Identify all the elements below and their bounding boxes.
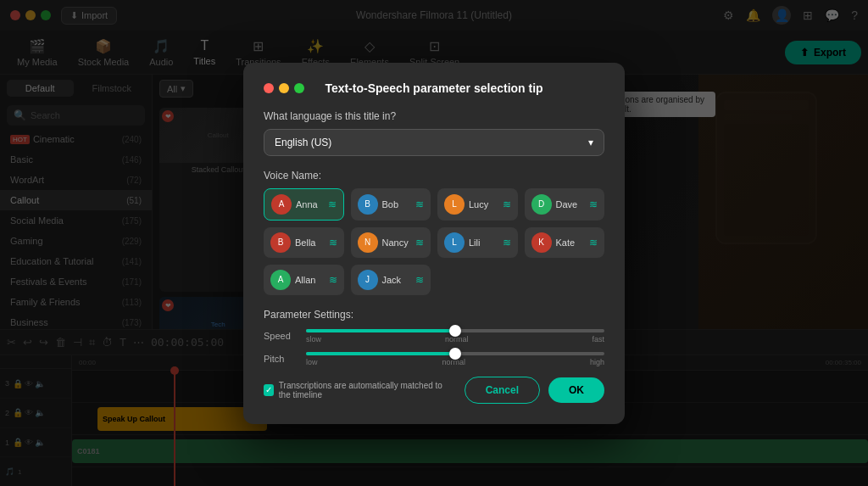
checkbox-wrap: ✓ Transcriptions are automatically match…	[264, 381, 456, 399]
pitch-slider-thumb[interactable]	[449, 348, 461, 360]
pitch-slider-fill	[306, 352, 455, 355]
voice-nancy[interactable]: N Nancy ≋	[351, 227, 431, 258]
speed-slider-track	[306, 329, 604, 332]
pitch-row: Pitch low normal high	[264, 352, 604, 366]
kate-avatar: K	[531, 232, 552, 253]
anna-wave-icon[interactable]: ≋	[328, 198, 337, 210]
speed-label: Speed	[264, 331, 298, 341]
bob-wave-icon[interactable]: ≋	[415, 198, 424, 210]
pitch-slider-wrap: low normal high	[306, 352, 604, 366]
modal-close-button[interactable]	[264, 83, 274, 93]
lili-wave-icon[interactable]: ≋	[503, 237, 511, 249]
dave-wave-icon[interactable]: ≋	[589, 198, 598, 210]
cancel-button[interactable]: Cancel	[465, 377, 540, 404]
checkbox[interactable]: ✓	[264, 384, 274, 396]
modal-expand-button[interactable]	[294, 83, 304, 93]
speed-slider-fill	[306, 329, 455, 332]
param-section: Parameter Settings: Speed slow normal fa…	[264, 309, 604, 366]
pitch-slider-track	[306, 352, 604, 355]
language-select[interactable]: English (US) ▾	[264, 129, 604, 156]
bob-avatar: B	[358, 194, 378, 215]
voice-lucy[interactable]: L Lucy ≋	[437, 188, 518, 221]
bella-wave-icon[interactable]: ≋	[329, 237, 337, 249]
tts-modal: Text-to-Speech parameter selection tip W…	[243, 63, 625, 424]
anna-avatar: A	[271, 194, 292, 215]
ok-button[interactable]: OK	[548, 377, 604, 403]
modal-overlay: Text-to-Speech parameter selection tip W…	[0, 0, 868, 486]
kate-wave-icon[interactable]: ≋	[589, 237, 598, 249]
voice-jack[interactable]: J Jack ≋	[351, 265, 431, 295]
voice-bella[interactable]: B Bella ≋	[264, 227, 344, 258]
params-title: Parameter Settings:	[264, 309, 604, 321]
bella-avatar: B	[270, 232, 291, 253]
voice-lili[interactable]: L Lili ≋	[437, 227, 518, 258]
voice-anna[interactable]: A Anna ≋	[264, 188, 344, 221]
speed-row: Speed slow normal fast	[264, 329, 604, 344]
lucy-avatar: L	[444, 194, 465, 215]
jack-avatar: J	[358, 270, 378, 290]
modal-title: Text-to-Speech parameter selection tip	[264, 81, 604, 95]
speed-slider-wrap: slow normal fast	[306, 329, 604, 344]
checkbox-text: Transcriptions are automatically matched…	[279, 381, 456, 399]
allan-wave-icon[interactable]: ≋	[329, 274, 337, 286]
lucy-wave-icon[interactable]: ≋	[503, 198, 511, 210]
speed-slider-thumb[interactable]	[449, 325, 461, 337]
allan-avatar: A	[270, 270, 291, 290]
voice-dave[interactable]: D Dave ≋	[525, 188, 605, 221]
jack-wave-icon[interactable]: ≋	[415, 274, 424, 286]
voice-kate[interactable]: K Kate ≋	[525, 227, 605, 258]
dave-avatar: D	[531, 194, 552, 215]
modal-footer: ✓ Transcriptions are automatically match…	[264, 377, 604, 404]
lili-avatar: L	[444, 232, 465, 253]
chevron-down-icon: ▾	[588, 137, 593, 148]
modal-minimize-button[interactable]	[279, 83, 289, 93]
language-question: What language is this title in?	[264, 110, 604, 122]
voice-bob[interactable]: B Bob ≋	[351, 188, 431, 221]
voice-allan[interactable]: A Allan ≋	[264, 265, 344, 295]
nancy-avatar: N	[358, 232, 378, 253]
pitch-label: Pitch	[264, 354, 298, 364]
nancy-wave-icon[interactable]: ≋	[415, 237, 424, 249]
voice-grid: A Anna ≋ B Bob ≋ L Lucy ≋ D Dave ≋ B Bel	[264, 188, 604, 295]
voice-label: Voice Name:	[264, 170, 604, 182]
